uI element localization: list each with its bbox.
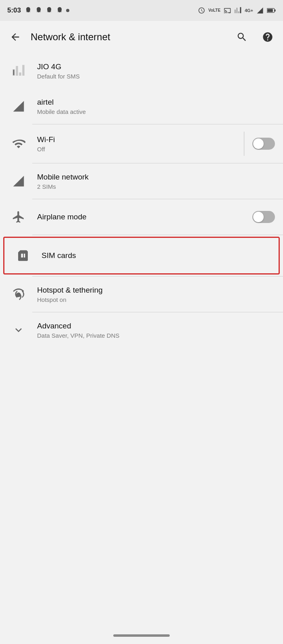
volte-icon: VoLTE bbox=[208, 8, 221, 12]
jio4g-subtitle: Default for SMS bbox=[37, 73, 275, 80]
hotspot-title: Hotspot & tethering bbox=[37, 285, 275, 295]
setting-item-hotspot[interactable]: Hotspot & tethering Hotspot on bbox=[0, 277, 283, 312]
sim-cards-title: SIM cards bbox=[42, 251, 271, 261]
setting-item-mobile-network[interactable]: Mobile network 2 SIMs bbox=[0, 163, 283, 199]
status-right-icons: VoLTE 4G+ bbox=[198, 7, 276, 14]
hotspot-subtitle: Hotspot on bbox=[37, 296, 275, 303]
search-button[interactable] bbox=[233, 28, 251, 46]
setting-item-advanced[interactable]: Advanced Data Saver, VPN, Private DNS bbox=[0, 312, 283, 348]
jio4g-title: JIO 4G bbox=[37, 62, 275, 72]
airplane-title: Airplane mode bbox=[37, 212, 252, 222]
status-left-icons bbox=[24, 6, 69, 14]
divider-4 bbox=[32, 235, 283, 235]
airplane-action bbox=[252, 211, 275, 223]
snapchat-icon-3 bbox=[45, 6, 53, 14]
chevron-down-icon bbox=[8, 320, 29, 341]
setting-item-airtel[interactable]: airtel Mobile data active bbox=[0, 89, 283, 124]
wifi-toggle[interactable] bbox=[252, 138, 275, 150]
setting-text-airtel: airtel Mobile data active bbox=[37, 97, 275, 115]
notification-dot bbox=[66, 9, 69, 12]
alarm-icon bbox=[198, 7, 205, 14]
setting-item-airplane[interactable]: Airplane mode bbox=[0, 199, 283, 235]
mobile-network-subtitle: 2 SIMs bbox=[37, 183, 275, 190]
wifi-icon bbox=[8, 133, 29, 154]
snapchat-icon-4 bbox=[56, 6, 64, 14]
setting-item-wifi[interactable]: Wi-Fi Off bbox=[0, 124, 283, 163]
home-indicator bbox=[113, 634, 170, 637]
wifi-divider bbox=[244, 132, 244, 156]
network-type-icon: 4G+ bbox=[245, 8, 253, 13]
back-button[interactable] bbox=[6, 28, 24, 46]
header-actions bbox=[233, 28, 277, 46]
wifi-subtitle: Off bbox=[37, 146, 244, 153]
svg-rect-2 bbox=[267, 9, 273, 12]
mobile-network-title: Mobile network bbox=[37, 172, 275, 182]
airplane-toggle[interactable] bbox=[252, 211, 275, 223]
advanced-subtitle: Data Saver, VPN, Private DNS bbox=[37, 332, 275, 339]
svg-rect-1 bbox=[275, 9, 276, 11]
wifi-action bbox=[244, 132, 275, 156]
setting-text-mobile-network: Mobile network 2 SIMs bbox=[37, 172, 275, 190]
setting-text-sim-cards: SIM cards bbox=[42, 251, 271, 261]
battery-icon bbox=[267, 8, 276, 13]
airplane-icon bbox=[8, 206, 29, 227]
signal-weak-icon bbox=[8, 60, 29, 81]
status-bar: 5:03 VoLTE bbox=[0, 0, 283, 21]
setting-text-jio4g: JIO 4G Default for SMS bbox=[37, 62, 275, 80]
setting-text-advanced: Advanced Data Saver, VPN, Private DNS bbox=[37, 321, 275, 339]
help-button[interactable] bbox=[259, 28, 277, 46]
airtel-subtitle: Mobile data active bbox=[37, 108, 275, 115]
snapchat-icon-2 bbox=[35, 6, 43, 14]
signal-full-icon bbox=[8, 96, 29, 117]
setting-text-airplane: Airplane mode bbox=[37, 212, 252, 222]
airtel-title: airtel bbox=[37, 97, 275, 107]
signal-icon bbox=[234, 7, 241, 14]
setting-text-hotspot: Hotspot & tethering Hotspot on bbox=[37, 285, 275, 303]
setting-item-sim-cards[interactable]: SIM cards bbox=[3, 237, 280, 275]
mobile-network-icon bbox=[8, 171, 29, 192]
sim-icon bbox=[12, 245, 33, 266]
cast-icon bbox=[224, 7, 231, 14]
status-time: 5:03 bbox=[7, 6, 21, 14]
setting-text-wifi: Wi-Fi Off bbox=[37, 135, 244, 153]
page-title: Network & internet bbox=[31, 31, 227, 43]
wifi-title: Wi-Fi bbox=[37, 135, 244, 145]
page-header: Network & internet bbox=[0, 21, 283, 53]
setting-item-jio4g[interactable]: JIO 4G Default for SMS bbox=[0, 53, 283, 89]
snapchat-icon-1 bbox=[24, 6, 32, 14]
signal2-icon bbox=[256, 7, 264, 14]
advanced-title: Advanced bbox=[37, 321, 275, 331]
hotspot-icon bbox=[8, 284, 29, 305]
settings-list: JIO 4G Default for SMS airtel Mobile dat… bbox=[0, 53, 283, 348]
